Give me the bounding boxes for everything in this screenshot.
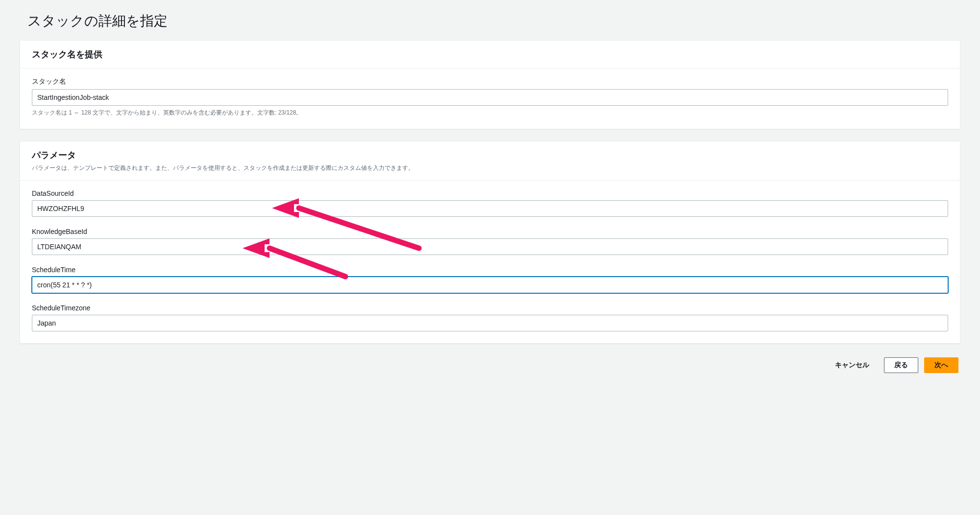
param-input-datasourceid[interactable] — [32, 200, 948, 217]
param-label-knowledgebaseid: KnowledgeBaseId — [32, 228, 948, 235]
stack-name-panel-header: スタック名を提供 — [20, 41, 960, 69]
param-input-scheduletime[interactable] — [32, 277, 948, 293]
param-label-scheduletimezone: ScheduleTimezone — [32, 304, 948, 312]
next-button[interactable]: 次へ — [924, 357, 958, 373]
stack-name-hint: スタック名は 1 ～ 128 文字で、文字から始まり、英数字のみを含む必要があり… — [32, 109, 948, 117]
stack-name-heading: スタック名を提供 — [32, 48, 948, 60]
param-label-scheduletime: ScheduleTime — [32, 266, 948, 274]
cancel-button[interactable]: キャンセル — [826, 358, 878, 373]
stack-name-label: スタック名 — [32, 77, 948, 86]
param-input-scheduletimezone[interactable] — [32, 315, 948, 331]
parameters-panel-header: パラメータ パラメータは、テンプレートで定義されます。また、パラメータを使用する… — [20, 141, 960, 181]
page-title: スタックの詳細を指定 — [20, 0, 960, 40]
param-label-datasourceid: DataSourceId — [32, 189, 948, 197]
param-input-knowledgebaseid[interactable] — [32, 238, 948, 255]
stack-name-panel: スタック名を提供 スタック名 スタック名は 1 ～ 128 文字で、文字から始ま… — [20, 40, 960, 129]
parameters-heading: パラメータ — [32, 149, 948, 161]
parameters-panel: パラメータ パラメータは、テンプレートで定義されます。また、パラメータを使用する… — [20, 141, 960, 344]
parameters-subheading: パラメータは、テンプレートで定義されます。また、パラメータを使用すると、スタック… — [32, 164, 948, 172]
stack-name-input[interactable] — [32, 89, 948, 106]
footer-actions: キャンセル 戻る 次へ — [20, 355, 960, 375]
back-button[interactable]: 戻る — [884, 357, 918, 373]
